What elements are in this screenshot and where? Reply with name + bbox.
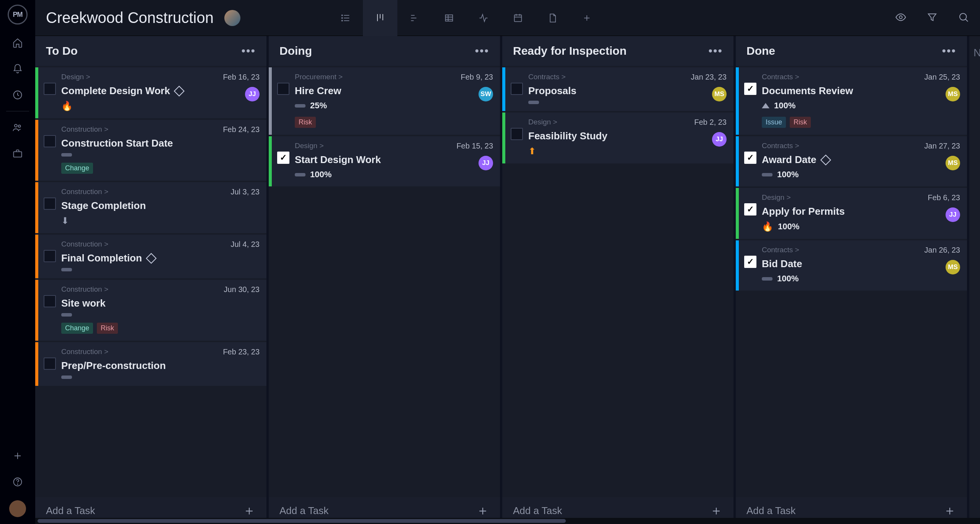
clock-icon[interactable]: [10, 87, 25, 103]
column-menu-icon[interactable]: •••: [241, 44, 256, 57]
task-card[interactable]: ✓Contracts >Documents Review 100%IssueRi…: [736, 67, 967, 135]
search-icon[interactable]: [958, 11, 969, 24]
view-board-icon[interactable]: [363, 0, 397, 36]
task-card[interactable]: Construction >Site work ChangeRiskJun 30…: [35, 280, 266, 341]
task-card[interactable]: Contracts >Proposals Jan 23, 23MS: [502, 67, 733, 111]
card-date: Feb 2, 23: [694, 118, 727, 127]
column-name[interactable]: To Do: [46, 44, 78, 57]
tag-risk[interactable]: Risk: [295, 117, 316, 128]
card-date: Feb 16, 23: [223, 73, 260, 82]
view-activity-icon[interactable]: [466, 0, 501, 36]
view-table-icon[interactable]: [432, 0, 466, 36]
task-card[interactable]: Construction >Construction Start Date Ch…: [35, 120, 266, 181]
card-category[interactable]: Contracts >: [762, 142, 914, 150]
project-title[interactable]: Creekwood Construction: [46, 9, 214, 26]
card-category[interactable]: Procurement >: [295, 73, 447, 81]
column-name[interactable]: Ready for Inspection: [513, 44, 627, 57]
task-checkbox[interactable]: ✓: [744, 152, 756, 164]
next-column-peek[interactable]: N: [969, 36, 980, 524]
briefcase-icon[interactable]: [10, 146, 25, 161]
card-category[interactable]: Contracts >: [762, 246, 914, 254]
task-checkbox[interactable]: ✓: [744, 256, 756, 268]
task-card[interactable]: Construction >Final Completion Jul 4, 23: [35, 235, 266, 278]
task-checkbox[interactable]: [511, 128, 523, 140]
tag-change[interactable]: Change: [61, 323, 93, 334]
assignee-avatar[interactable]: MS: [946, 156, 960, 170]
task-checkbox[interactable]: ✓: [744, 83, 756, 95]
task-checkbox[interactable]: [511, 83, 523, 95]
task-checkbox[interactable]: [44, 295, 56, 307]
task-checkbox[interactable]: [44, 198, 56, 210]
card-category[interactable]: Design >: [61, 73, 214, 81]
card-category[interactable]: Contracts >: [528, 73, 681, 81]
card-category[interactable]: Construction >: [61, 240, 214, 248]
tag-risk[interactable]: Risk: [97, 323, 118, 334]
people-icon[interactable]: [10, 120, 25, 135]
column-menu-icon[interactable]: •••: [475, 44, 489, 57]
view-list-icon[interactable]: [328, 0, 363, 36]
home-icon[interactable]: [10, 35, 25, 51]
card-category[interactable]: Design >: [762, 193, 914, 202]
card-category[interactable]: Construction >: [61, 188, 214, 196]
assignee-avatar[interactable]: MS: [946, 260, 960, 274]
card-category[interactable]: Contracts >: [762, 73, 914, 81]
scrollbar-thumb[interactable]: [38, 519, 566, 523]
card-meta: Jul 4, 23: [217, 235, 266, 278]
task-checkbox[interactable]: [44, 357, 56, 370]
column-header: Done•••: [736, 36, 967, 66]
tag-risk[interactable]: Risk: [790, 117, 811, 128]
task-card[interactable]: ✓Design >Apply for Permits 🔥100%Feb 6, 2…: [736, 188, 967, 239]
card-category[interactable]: Design >: [528, 118, 681, 126]
task-checkbox[interactable]: [44, 250, 56, 262]
task-card[interactable]: ✓Contracts >Bid Date 100%Jan 26, 23MS: [736, 240, 967, 291]
column-body: ✓Contracts >Documents Review 100%IssueRi…: [736, 67, 967, 497]
card-category[interactable]: Construction >: [61, 348, 214, 356]
card-category[interactable]: Construction >: [61, 125, 214, 134]
filter-icon[interactable]: [926, 11, 938, 24]
card-meta: Feb 2, 23JJ: [684, 113, 733, 163]
assignee-avatar[interactable]: MS: [712, 87, 727, 101]
task-card[interactable]: ✓Contracts >Award Date 100%Jan 27, 23MS: [736, 136, 967, 186]
plus-icon: ＋: [710, 502, 723, 519]
task-checkbox[interactable]: [44, 83, 56, 95]
add-icon[interactable]: [10, 448, 25, 464]
card-progress: 100%: [310, 170, 332, 180]
assignee-avatar[interactable]: SW: [479, 87, 493, 101]
task-card[interactable]: Design >Feasibility Study ⬆Feb 2, 23JJ: [502, 113, 733, 163]
task-card[interactable]: Procurement >Hire Crew 25%RiskFeb 9, 23S…: [269, 67, 500, 135]
card-category[interactable]: Construction >: [61, 285, 214, 294]
view-calendar-icon[interactable]: [501, 0, 535, 36]
assignee-avatar[interactable]: JJ: [245, 87, 260, 101]
tag-change[interactable]: Change: [61, 163, 93, 174]
column-menu-icon[interactable]: •••: [942, 44, 956, 57]
task-checkbox[interactable]: [277, 83, 289, 95]
assignee-avatar[interactable]: JJ: [712, 132, 727, 147]
view-add-icon[interactable]: [570, 0, 604, 36]
help-icon[interactable]: [10, 474, 25, 490]
task-card[interactable]: Construction >Prep/Pre-construction Feb …: [35, 342, 266, 386]
column-menu-icon[interactable]: •••: [708, 44, 723, 57]
horizontal-scrollbar[interactable]: [35, 518, 980, 524]
task-checkbox[interactable]: ✓: [744, 203, 756, 215]
bell-icon[interactable]: [10, 61, 25, 77]
assignee-avatar[interactable]: MS: [946, 87, 960, 101]
task-card[interactable]: ✓Design >Start Design Work 100%Feb 15, 2…: [269, 136, 500, 186]
view-gantt-icon[interactable]: [397, 0, 432, 36]
task-checkbox[interactable]: ✓: [277, 152, 289, 164]
app-logo[interactable]: PM: [8, 5, 28, 24]
tag-issue[interactable]: Issue: [762, 117, 786, 128]
project-avatar[interactable]: [224, 10, 240, 26]
task-card[interactable]: Design >Complete Design Work 🔥Feb 16, 23…: [35, 67, 266, 118]
eye-icon[interactable]: [895, 11, 906, 24]
assignee-avatar[interactable]: JJ: [946, 207, 960, 222]
assignee-avatar[interactable]: JJ: [479, 156, 493, 170]
card-content: Design >Start Design Work 100%: [295, 136, 451, 186]
user-avatar[interactable]: [9, 500, 26, 517]
column-name[interactable]: Doing: [279, 44, 312, 57]
view-file-icon[interactable]: [535, 0, 570, 36]
card-category[interactable]: Design >: [295, 142, 447, 150]
task-card[interactable]: Construction >Stage Completion ⬇Jul 3, 2…: [35, 182, 266, 233]
task-checkbox[interactable]: [44, 135, 56, 147]
card-date: Jul 3, 23: [230, 188, 260, 196]
column-name[interactable]: Done: [746, 44, 775, 57]
